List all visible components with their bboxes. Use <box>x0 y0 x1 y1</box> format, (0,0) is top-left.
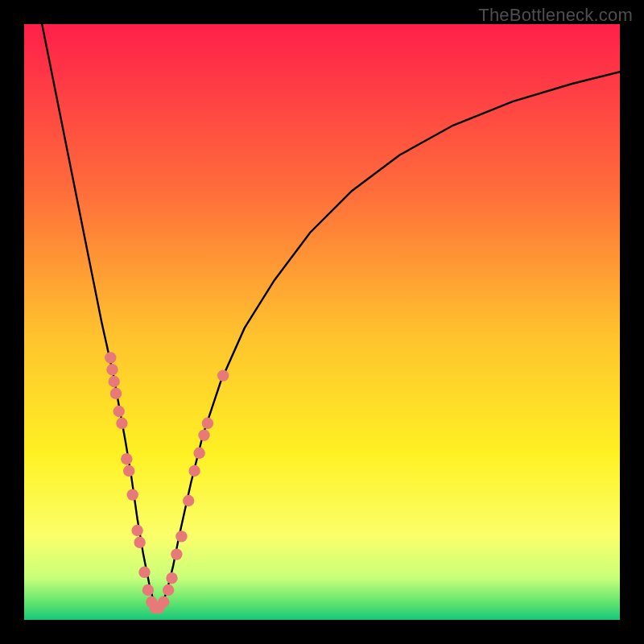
watermark-label: TheBottleneck.com <box>478 5 633 26</box>
data-point <box>171 548 182 559</box>
data-point <box>175 530 187 542</box>
data-point <box>121 453 132 464</box>
plot-area <box>24 24 620 620</box>
data-point <box>123 465 134 477</box>
data-point <box>166 572 177 584</box>
data-point <box>188 465 200 477</box>
bottleneck-curve <box>42 24 620 608</box>
data-point <box>114 406 125 417</box>
chart-frame: TheBottleneck.com <box>0 0 644 644</box>
data-point <box>183 495 194 506</box>
data-point <box>109 376 120 387</box>
data-point <box>131 525 142 536</box>
data-point <box>142 584 154 596</box>
data-point <box>134 537 145 548</box>
data-point <box>116 418 127 429</box>
data-point <box>105 352 116 363</box>
data-point <box>127 489 138 500</box>
data-point <box>202 418 213 429</box>
data-point <box>138 567 150 578</box>
data-point <box>217 369 229 381</box>
data-point <box>106 364 118 375</box>
data-point <box>110 388 122 399</box>
scatter-dots <box>105 352 229 613</box>
chart-svg <box>24 24 620 620</box>
data-point <box>193 448 204 459</box>
data-point <box>163 584 174 596</box>
data-point <box>198 429 209 440</box>
data-point <box>158 597 169 608</box>
